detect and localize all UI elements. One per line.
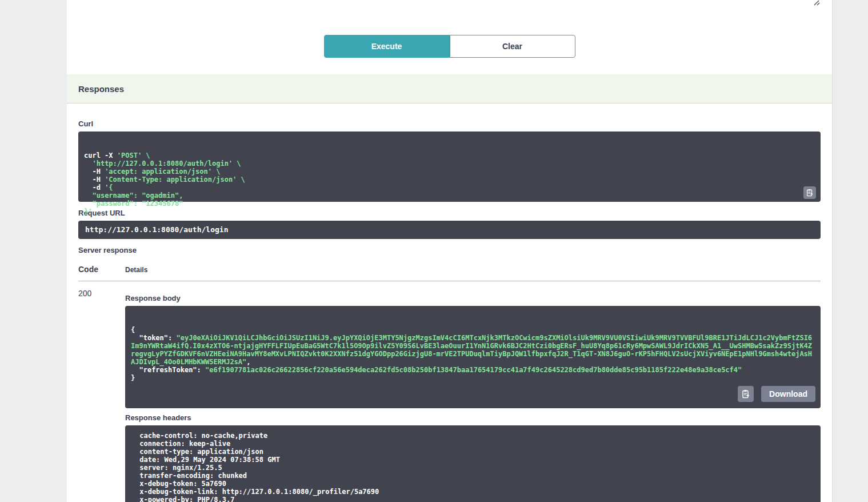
clipboard-copy-icon [741, 389, 750, 399]
response-body-text: { "token": "eyJ0eXAiOiJKV1QiLCJhbGciOiJS… [131, 326, 815, 382]
textarea-resize-grip-icon[interactable] [812, 0, 820, 3]
response-body-label: Response body [125, 294, 821, 302]
response-body-code-block: { "token": "eyJ0eXAiOiJKV1QiLCJhbGciOiJS… [125, 306, 821, 408]
execute-button[interactable]: Execute [324, 35, 450, 58]
live-response-details-header: Details [125, 266, 147, 274]
operation-content-panel: Execute Clear Responses Curl curl -X 'PO… [67, 0, 833, 502]
curl-label: Curl [78, 119, 821, 128]
response-body-controls: Download [738, 386, 815, 402]
live-response-code-header: Code [78, 265, 125, 274]
curl-copy-button[interactable] [803, 186, 816, 199]
server-response-label: Server response [78, 246, 821, 254]
curl-command-text: curl -X 'POST' \ 'http://127.0.0.1:8080/… [84, 152, 815, 216]
responses-section-header: Responses [67, 74, 832, 103]
download-button[interactable]: Download [761, 386, 815, 402]
execute-clear-button-group: Execute Clear [324, 35, 575, 58]
clipboard-copy-icon [806, 189, 814, 197]
live-response-table-headers: Code Details [78, 265, 821, 274]
response-body-copy-button[interactable] [738, 386, 754, 402]
response-headers-label: Response headers [125, 413, 821, 422]
curl-code-block: curl -X 'POST' \ 'http://127.0.0.1:8080/… [78, 132, 821, 202]
clear-button[interactable]: Clear [450, 35, 575, 58]
live-response-details: Response body { "token": "eyJ0eXAiOiJKV1… [125, 289, 821, 502]
execute-wrapper: Execute Clear [67, 0, 832, 74]
status-code: 200 [78, 289, 125, 502]
request-url-value: http://127.0.0.1:8080/auth/login [78, 221, 821, 239]
responses-section-title: Responses [78, 84, 124, 94]
live-response-row: 200 Response body { "token": "eyJ0eXAiOi… [78, 281, 821, 502]
response-headers-code-block: cache-control: no-cache,private connecti… [125, 425, 821, 502]
responses-inner: Curl curl -X 'POST' \ 'http://127.0.0.1:… [67, 103, 832, 502]
